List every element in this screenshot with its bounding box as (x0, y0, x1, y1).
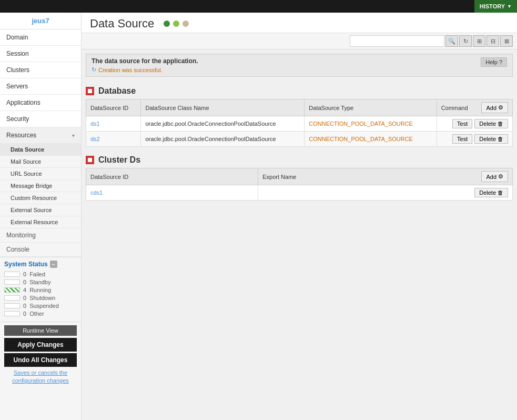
cluster-section-header: Cluster Ds (86, 155, 513, 165)
undo-changes-button[interactable]: Undo All Changes (4, 353, 77, 367)
sidebar-sub-item-label: Message Bridge (11, 183, 53, 189)
status-label-suspended: Suspended (29, 303, 59, 309)
status-count-shutdown: 0 (23, 295, 26, 301)
status-item-failed: 0 Failed (4, 271, 77, 277)
database-add-button[interactable]: Add ⚙ (481, 102, 508, 113)
sidebar-sub-item-label: Data Source (11, 146, 44, 153)
ds1-link[interactable]: ds1 (90, 121, 100, 127)
expand-arrow-icon: ▾ (72, 133, 75, 138)
cluster-row-cds1: cds1 Delete 🗑 (86, 185, 513, 201)
page-title: Data Source (90, 17, 154, 31)
username: jeus7 (0, 13, 81, 29)
database-row-ds1: ds1 oracle.jdbc.pool.OracleConnectionPoo… (86, 116, 513, 132)
ds2-delete-button[interactable]: Delete 🗑 (474, 134, 508, 144)
database-row-ds2: ds2 oracle.jdbc.pool.OracleConnectionPoo… (86, 132, 513, 147)
status-bar-suspended (4, 303, 20, 308)
tool-button-3[interactable]: ⊠ (500, 35, 513, 47)
sidebar-item-data-source[interactable]: Data Source (0, 144, 81, 156)
refresh-button[interactable]: ↻ (459, 35, 472, 47)
sidebar-item-label: Security (6, 115, 29, 123)
cluster-col-export-name: Export Name Add ⚙ (258, 168, 513, 185)
sidebar-item-applications[interactable]: Applications (0, 95, 81, 111)
status-label-failed: Failed (29, 271, 45, 277)
success-text: Creation was successful. (98, 67, 163, 73)
sidebar-item-label: Domain (6, 34, 28, 41)
search-button[interactable]: 🔍 (445, 35, 458, 47)
status-count-running: 4 (23, 287, 26, 293)
top-bar: HISTORY ▼ (0, 0, 517, 13)
sidebar-item-domain[interactable]: Domain (0, 29, 81, 46)
status-bar-shutdown (4, 295, 20, 301)
sidebar-sub-item-label: External Resource (11, 219, 58, 225)
ds2-id-cell: ds2 (86, 132, 141, 147)
main-layout: jeus7 Domain Session Clusters Servers Ap… (0, 13, 517, 420)
status-circles (164, 21, 189, 27)
cluster-section-icon (86, 156, 94, 164)
apply-changes-button[interactable]: Apply Changes (4, 338, 77, 352)
sidebar-item-clusters[interactable]: Clusters (0, 62, 81, 78)
col-class-name: DataSource Class Name (141, 99, 305, 116)
sidebar-item-session[interactable]: Session (0, 46, 81, 62)
cluster-add-icon: ⚙ (498, 173, 503, 180)
col-command: Command Add ⚙ (437, 99, 512, 116)
sidebar-console-label[interactable]: Console (0, 243, 81, 257)
bottom-section: Runtime View Apply Changes Undo All Chan… (0, 322, 81, 388)
sidebar-item-label: Clusters (6, 66, 29, 74)
runtime-view-button[interactable]: Runtime View (4, 325, 77, 336)
sidebar-item-label: Servers (6, 83, 28, 90)
cluster-section-title: Cluster Ds (98, 155, 140, 165)
sidebar-item-label: Resources (6, 132, 36, 139)
status-item-shutdown: 0 Shutdown (4, 295, 77, 301)
delete-icon: 🗑 (498, 121, 503, 127)
info-bar-content: The data source for the application. ↻ C… (92, 57, 198, 73)
sidebar-item-mail-source[interactable]: Mail Source (0, 156, 81, 168)
status-count-suspended: 0 (23, 303, 26, 309)
system-status-header: System Status − (4, 261, 77, 268)
status-item-running: 4 Running (4, 287, 77, 293)
cluster-table: DataSource ID Export Name Add ⚙ (86, 168, 513, 201)
ds2-class-cell: oracle.jdbc.pool.OracleConnectionPoolDat… (141, 132, 305, 147)
system-status-collapse-button[interactable]: − (50, 261, 57, 268)
cluster-add-button[interactable]: Add ⚙ (481, 171, 508, 182)
cds1-delete-button[interactable]: Delete 🗑 (474, 188, 508, 197)
sidebar-item-security[interactable]: Security (0, 111, 81, 127)
info-bar-text: The data source for the application. (92, 57, 198, 65)
sidebar-item-servers[interactable]: Servers (0, 78, 81, 95)
ds1-test-button[interactable]: Test (452, 119, 472, 128)
sidebar-item-external-source[interactable]: External Source (0, 204, 81, 216)
info-bar: The data source for the application. ↻ C… (86, 54, 513, 77)
status-count-standby: 0 (23, 279, 26, 285)
sidebar-item-url-source[interactable]: URL Source (0, 168, 81, 180)
ds1-delete-button[interactable]: Delete 🗑 (474, 119, 508, 128)
system-status-title: System Status (4, 261, 48, 268)
saves-link[interactable]: Saves or cancels the configuration chang… (4, 369, 77, 385)
tool-button-2[interactable]: ⊟ (486, 35, 499, 47)
ds1-command-cell: Test Delete 🗑 (437, 116, 512, 132)
database-section-title: Database (98, 86, 136, 96)
status-label-shutdown: Shutdown (29, 295, 55, 301)
status-bar-other (4, 311, 20, 316)
ds2-link[interactable]: ds2 (90, 136, 100, 142)
sidebar-item-message-bridge[interactable]: Message Bridge (0, 180, 81, 192)
add-icon: ⚙ (498, 104, 503, 111)
help-button[interactable]: Help ? (481, 57, 507, 67)
sidebar-monitoring-label[interactable]: Monitoring (0, 228, 81, 243)
status-label-other: Other (29, 311, 44, 317)
status-item-standby: 0 Standby (4, 279, 77, 285)
sidebar-item-external-resource[interactable]: External Resource (0, 216, 81, 228)
sidebar-item-resources[interactable]: Resources ▾ (0, 127, 81, 144)
status-item-other: 0 Other (4, 311, 77, 317)
history-button[interactable]: HISTORY ▼ (474, 0, 517, 13)
content-header: Data Source (82, 13, 517, 33)
ds2-type-cell: CONNECTION_POOL_DATA_SOURCE (305, 132, 437, 147)
cds1-delete-icon: 🗑 (498, 189, 503, 196)
search-input[interactable] (350, 35, 444, 47)
tool-button-1[interactable]: ⊞ (473, 35, 485, 47)
cds1-link[interactable]: cds1 (90, 189, 103, 196)
circle-green-light-icon (173, 21, 179, 27)
ds2-test-button[interactable]: Test (452, 134, 472, 144)
sidebar-sub-item-label: External Source (11, 207, 52, 213)
col-type: DataSource Type (305, 99, 437, 116)
status-label-standby: Standby (29, 279, 50, 285)
sidebar-item-custom-resource[interactable]: Custom Resource (0, 192, 81, 204)
